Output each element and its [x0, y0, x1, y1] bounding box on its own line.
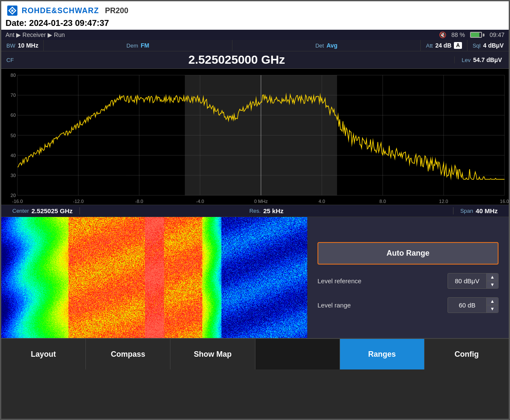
cf-value[interactable]: 2.525025000 GHz — [19, 53, 454, 67]
lev-section: Lev 54.7 dBμV — [454, 56, 509, 63]
lower-section: Auto Range Level reference 80 dBμV ▲ ▼ L… — [1, 217, 509, 338]
det-value: Avg — [326, 42, 337, 49]
sql-param[interactable]: Sql 4 dBμV — [468, 40, 509, 51]
res-value: 25 kHz — [263, 207, 283, 214]
att-auto-badge: A — [454, 42, 462, 49]
spacer — [255, 339, 340, 369]
dem-value: FM — [141, 42, 149, 49]
controls-panel: Auto Range Level reference 80 dBμV ▲ ▼ L… — [307, 217, 509, 338]
span-value: 40 MHz — [476, 207, 498, 214]
level-ref-control[interactable]: 80 dBμV ▲ ▼ — [448, 273, 499, 289]
level-ref-arrows[interactable]: ▲ ▼ — [486, 273, 498, 288]
ranges-button[interactable]: Ranges — [340, 339, 425, 369]
brand-name: ROHDE&SCHWARZ — [22, 6, 99, 15]
level-ref-value: 80 dBμV — [448, 275, 486, 287]
level-ref-row: Level reference 80 dBμV ▲ ▼ — [317, 273, 499, 289]
battery-pct: 88 % — [451, 31, 465, 38]
waterfall-canvas — [1, 217, 307, 338]
cf-row: CF 2.525025000 GHz Lev 54.7 dBμV — [1, 51, 509, 69]
breadcrumb: Ant ▶ Receiver ▶ Run — [6, 31, 65, 38]
level-ref-up[interactable]: ▲ — [487, 273, 498, 281]
status-right: 🔇 88 % 09:47 — [439, 31, 504, 38]
bw-param[interactable]: BW 10 MHz — [1, 40, 44, 51]
bottom-navigation: Layout Compass Show Map Ranges Config — [1, 338, 509, 369]
spectrum-canvas — [1, 69, 509, 205]
battery-indicator — [470, 32, 484, 38]
level-ref-label: Level reference — [317, 277, 361, 285]
logo-icon — [6, 4, 19, 17]
speaker-icon: 🔇 — [439, 31, 446, 38]
bw-value: 10 MHz — [18, 42, 38, 49]
show-map-button[interactable]: Show Map — [170, 339, 255, 369]
param-row-1: BW 10 MHz Dem FM Det Avg Att 24 dB A Sql… — [1, 40, 509, 51]
det-label: Det — [315, 42, 324, 49]
brand-logo: ROHDE&SCHWARZ — [6, 4, 99, 17]
compass-button[interactable]: Compass — [86, 339, 170, 369]
model-label: PR200 — [105, 6, 128, 15]
lev-label: Lev — [462, 57, 470, 63]
level-range-down[interactable]: ▼ — [487, 305, 498, 313]
config-button[interactable]: Config — [425, 339, 509, 369]
span-info: Span 40 MHz — [453, 207, 504, 214]
level-range-up[interactable]: ▲ — [487, 298, 498, 305]
level-range-arrows[interactable]: ▲ ▼ — [486, 298, 498, 313]
att-param[interactable]: Att 24 dB A — [421, 40, 468, 51]
bottom-info-bar: Center 2.525025 GHz Res. 25 kHz Span 40 … — [1, 205, 509, 217]
center-value: 2.525025 GHz — [31, 207, 73, 214]
level-ref-down[interactable]: ▼ — [487, 281, 498, 288]
center-label: Center — [12, 208, 29, 214]
level-range-label: Level range — [317, 302, 351, 309]
det-param[interactable]: Det Avg — [232, 40, 421, 51]
bw-label: BW — [6, 42, 15, 49]
spectrum-display[interactable] — [1, 69, 509, 205]
dem-label: Dem — [127, 42, 138, 49]
span-label: Span — [460, 208, 473, 214]
center-info: Center 2.525025 GHz — [6, 207, 80, 214]
svg-rect-3 — [11, 10, 14, 12]
level-range-value: 60 dB — [448, 299, 486, 311]
att-label: Att — [426, 42, 433, 49]
cf-label: CF — [1, 57, 19, 63]
sql-label: Sql — [473, 42, 481, 49]
res-info: Res. 25 kHz — [80, 207, 453, 214]
level-range-row: Level range 60 dB ▲ ▼ — [317, 297, 499, 313]
sql-value: 4 dBμV — [483, 42, 504, 49]
waterfall-display[interactable] — [1, 217, 307, 338]
lev-value: 54.7 dBμV — [473, 56, 502, 63]
dem-param[interactable]: Dem FM — [44, 40, 232, 51]
date-display: Date: 2024-01-23 09:47:37 — [6, 18, 504, 28]
auto-range-button[interactable]: Auto Range — [317, 242, 499, 265]
status-bar: Ant ▶ Receiver ▶ Run 🔇 88 % 09:47 — [1, 30, 509, 40]
level-range-control[interactable]: 60 dB ▲ ▼ — [448, 297, 499, 313]
layout-button[interactable]: Layout — [1, 339, 86, 369]
header: ROHDE&SCHWARZ PR200 Date: 2024-01-23 09:… — [1, 1, 509, 30]
res-label: Res. — [249, 208, 261, 214]
clock-display: 09:47 — [490, 31, 504, 38]
att-value: 24 dB — [435, 42, 451, 49]
